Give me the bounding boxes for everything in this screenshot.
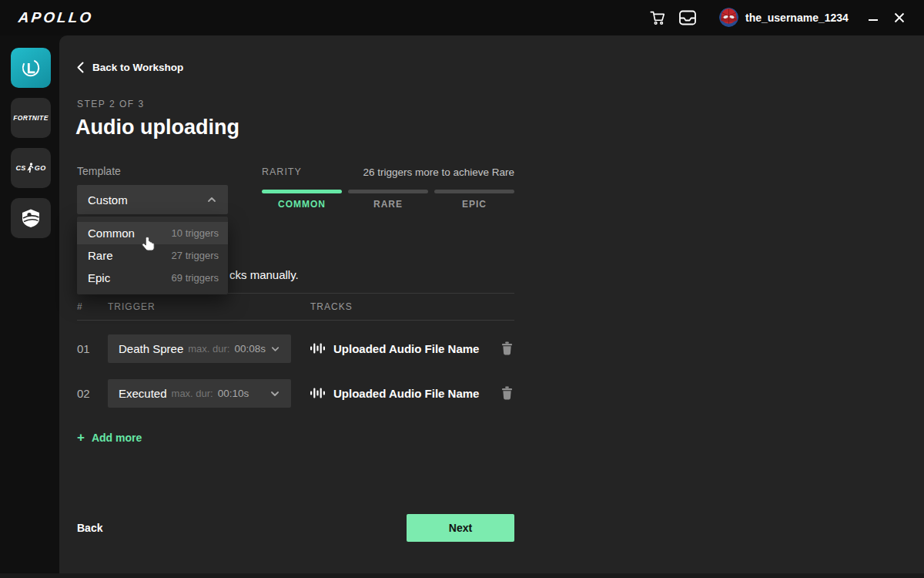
spiderman-avatar-icon	[719, 8, 738, 27]
topbar: APOLLO the_username_12	[0, 0, 924, 35]
sidebar-item-league-of-legends[interactable]	[11, 48, 51, 88]
cart-button[interactable]	[648, 8, 667, 27]
rarity-bar-common	[262, 190, 342, 193]
plus-icon: +	[77, 432, 85, 443]
table-header-divider	[77, 320, 514, 321]
menu-item-epic[interactable]: Epic 69 triggers	[77, 267, 228, 289]
rarity-progress-hint: 26 triggers more to achieve Rare	[363, 166, 514, 178]
tier-label-epic: EPIC	[434, 199, 514, 210]
step-indicator: STEP 2 OF 3	[77, 99, 145, 109]
delete-track-button-row1[interactable]	[501, 341, 513, 358]
track-row2: Uploaded Audio File Name	[310, 386, 479, 400]
league-of-legends-icon	[20, 57, 42, 79]
page-title: Audio uploading	[75, 116, 239, 139]
trash-icon	[501, 386, 513, 400]
trash-icon	[501, 341, 513, 355]
tier-label-common: COMMON	[262, 199, 342, 210]
template-selected-value: Custom	[88, 193, 128, 207]
back-to-workshop-link[interactable]: Back to Workshop	[77, 62, 183, 73]
chevron-left-icon	[77, 62, 84, 73]
cart-icon	[649, 9, 666, 26]
waveform-icon	[310, 341, 326, 355]
waveform-icon	[310, 386, 326, 400]
rocket-league-icon	[21, 208, 41, 228]
rarity-bar-epic	[434, 190, 514, 193]
track-row1: Uploaded Audio File Name	[310, 341, 479, 355]
menu-item-rare[interactable]: Rare 27 triggers	[77, 244, 228, 267]
track-name: Uploaded Audio File Name	[333, 342, 479, 355]
rarity-bar-rare	[348, 190, 428, 193]
trigger-select-row2[interactable]: Executed max. dur: 00:10s	[108, 379, 291, 408]
column-header-num: #	[77, 301, 83, 312]
template-label: Template	[77, 165, 121, 177]
chevron-down-icon	[270, 344, 280, 355]
app-window: APOLLO the_username_12	[0, 0, 924, 578]
delete-track-button-row2[interactable]	[501, 386, 513, 403]
avatar[interactable]	[719, 8, 738, 27]
track-name: Uploaded Audio File Name	[333, 387, 479, 400]
sidebar-item-fortnite[interactable]: FORTNITE	[11, 98, 51, 138]
chevron-down-icon	[270, 388, 280, 399]
row-number: 02	[77, 387, 90, 400]
column-header-tracks: TRACKS	[310, 301, 353, 312]
csgo-icon: CS GO	[15, 163, 45, 173]
close-button[interactable]	[892, 10, 907, 25]
sidebar-item-csgo[interactable]: CS GO	[11, 148, 51, 188]
tier-label-rare: RARE	[348, 199, 428, 210]
close-icon	[893, 12, 906, 24]
next-button[interactable]: Next	[407, 514, 514, 542]
menu-item-common[interactable]: Common 10 triggers	[77, 222, 228, 244]
column-header-trigger: TRIGGER	[108, 301, 156, 312]
template-dropdown-menu: Common 10 triggers Rare 27 triggers Epic…	[77, 217, 228, 294]
row-number: 01	[77, 342, 90, 355]
rarity-label: RARITY	[262, 166, 302, 177]
username-label[interactable]: the_username_1234	[745, 12, 849, 24]
inbox-button[interactable]	[678, 8, 697, 27]
trigger-select-row1[interactable]: Death Spree max. dur: 00:08s	[108, 334, 291, 363]
add-more-button[interactable]: + Add more	[77, 432, 142, 444]
manual-hint-text: cks manually.	[229, 268, 299, 281]
template-select[interactable]: Custom	[77, 185, 228, 214]
back-button[interactable]: Back	[77, 522, 102, 534]
chevron-up-icon	[206, 194, 217, 205]
minimize-icon	[867, 12, 879, 24]
sidebar-item-rocket-league[interactable]	[11, 198, 51, 238]
window-bottom-edge	[0, 573, 924, 578]
inbox-icon	[678, 9, 697, 26]
apollo-logo: APOLLO	[18, 9, 94, 26]
fortnite-icon: FORTNITE	[13, 114, 49, 122]
back-to-workshop-label: Back to Workshop	[92, 62, 183, 73]
game-sidebar: FORTNITE CS GO	[0, 35, 59, 578]
minimize-button[interactable]	[865, 10, 881, 25]
